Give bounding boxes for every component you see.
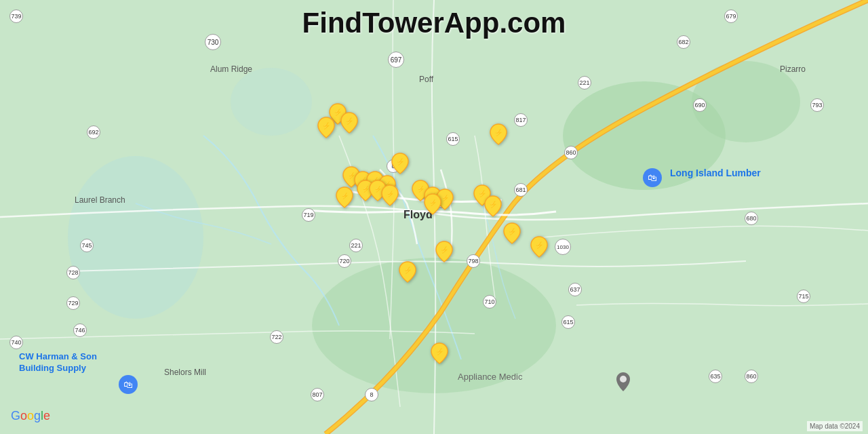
road-221a: 221 xyxy=(578,76,591,90)
road-697: 697 xyxy=(388,52,404,68)
road-635: 635 xyxy=(709,370,722,383)
road-221b: 221 xyxy=(349,239,363,252)
road-720: 720 xyxy=(338,254,351,268)
svg-point-2 xyxy=(68,156,203,319)
road-715: 715 xyxy=(797,290,810,303)
road-8a: 8 xyxy=(365,388,378,401)
road-680: 680 xyxy=(745,212,758,225)
svg-point-5 xyxy=(231,68,312,136)
tower-marker-2[interactable]: ⚡ xyxy=(340,112,358,136)
road-615b: 615 xyxy=(561,315,575,329)
map-container: FindTowerApp.com Alum Ridge Poff Pizarro… xyxy=(0,0,868,434)
appliance-medic-marker[interactable] xyxy=(616,372,631,395)
road-1030: 1030 xyxy=(555,239,571,255)
road-860a: 860 xyxy=(564,146,578,159)
map-data-badge: Map data ©2024 xyxy=(807,421,863,431)
svg-text:⚡: ⚡ xyxy=(387,190,395,198)
road-615a: 615 xyxy=(446,132,460,146)
cw-harman-marker[interactable]: 🛍 xyxy=(119,375,138,394)
tower-marker-20[interactable]: ⚡ xyxy=(503,222,521,247)
svg-text:⚡: ⚡ xyxy=(396,157,405,166)
road-637: 637 xyxy=(568,283,582,296)
road-860b: 860 xyxy=(745,370,758,383)
svg-text:⚡: ⚡ xyxy=(341,192,349,200)
tower-marker-21[interactable]: ⚡ xyxy=(530,236,548,260)
road-817: 817 xyxy=(514,113,528,127)
tower-marker-19[interactable]: ⚡ xyxy=(484,195,502,220)
tower-marker-5[interactable]: ⚡ xyxy=(391,153,409,177)
svg-text:⚡: ⚡ xyxy=(435,347,444,356)
svg-text:⚡: ⚡ xyxy=(440,245,449,254)
road-739: 739 xyxy=(9,9,23,23)
place-poff: Poff xyxy=(419,75,433,84)
road-746: 746 xyxy=(73,323,87,337)
appliance-medic-label: Appliance Medic xyxy=(458,372,522,383)
long-island-lumber-marker[interactable]: 🛍 xyxy=(643,168,662,187)
road-690: 690 xyxy=(693,98,707,112)
road-807: 807 xyxy=(311,388,324,401)
svg-text:⚡: ⚡ xyxy=(345,117,354,125)
road-798: 798 xyxy=(467,254,480,268)
svg-text:⚡: ⚡ xyxy=(494,128,503,137)
svg-text:⚡: ⚡ xyxy=(535,241,544,250)
road-710: 710 xyxy=(483,295,496,309)
svg-text:⚡: ⚡ xyxy=(403,266,412,275)
cw-harman-label[interactable]: CW Harman & Son Building Supply xyxy=(19,351,97,374)
tower-marker-13[interactable]: ⚡ xyxy=(336,186,353,211)
road-692: 692 xyxy=(87,125,100,139)
tower-marker-24[interactable]: ⚡ xyxy=(431,342,448,367)
tower-marker-4[interactable]: ⚡ xyxy=(490,123,507,148)
road-681: 681 xyxy=(514,183,528,197)
svg-text:⚡: ⚡ xyxy=(508,227,517,236)
tower-marker-17[interactable]: ⚡ xyxy=(424,193,441,218)
place-pizarro: Pizarro xyxy=(780,64,806,74)
road-682: 682 xyxy=(677,35,690,49)
road-719: 719 xyxy=(302,208,315,222)
svg-point-31 xyxy=(620,376,627,382)
road-729: 729 xyxy=(66,296,80,310)
road-679: 679 xyxy=(724,9,738,23)
svg-text:⚡: ⚡ xyxy=(429,199,437,207)
page-title: FindTowerApp.com xyxy=(302,7,566,39)
road-728: 728 xyxy=(66,266,80,279)
svg-text:⚡: ⚡ xyxy=(322,121,331,130)
road-745: 745 xyxy=(80,239,94,252)
tower-marker-12[interactable]: ⚡ xyxy=(381,184,399,209)
road-740: 740 xyxy=(9,336,23,349)
tower-marker-3[interactable]: ⚡ xyxy=(317,117,335,141)
long-island-lumber-label[interactable]: Long Island Lumber xyxy=(670,167,761,179)
place-alum-ridge: Alum Ridge xyxy=(210,64,252,74)
road-793: 793 xyxy=(810,98,824,112)
tower-marker-23[interactable]: ⚡ xyxy=(399,261,416,285)
svg-text:⚡: ⚡ xyxy=(441,194,450,202)
road-722: 722 xyxy=(270,330,283,344)
google-logo: Google xyxy=(11,409,50,423)
tower-marker-22[interactable]: ⚡ xyxy=(435,241,453,265)
place-shelors-mill: Shelors Mill xyxy=(164,368,206,377)
svg-text:⚡: ⚡ xyxy=(489,200,498,209)
place-laurel-branch: Laurel Branch xyxy=(75,195,125,205)
road-730: 730 xyxy=(205,34,221,50)
